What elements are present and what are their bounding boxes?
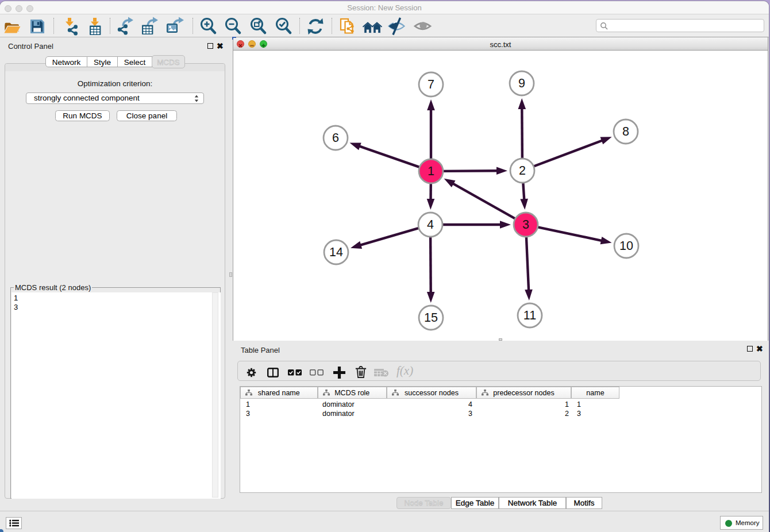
svg-text:2: 2 bbox=[519, 164, 526, 178]
svg-text:8: 8 bbox=[622, 125, 629, 138]
svg-text:6: 6 bbox=[332, 131, 339, 145]
svg-text:1: 1 bbox=[428, 164, 434, 178]
svg-text:10: 10 bbox=[619, 239, 633, 253]
svg-text:14: 14 bbox=[329, 245, 343, 259]
svg-text:9: 9 bbox=[518, 76, 525, 90]
svg-text:3: 3 bbox=[522, 218, 529, 232]
svg-text:7: 7 bbox=[428, 78, 434, 91]
svg-text:4: 4 bbox=[427, 218, 434, 232]
svg-text:11: 11 bbox=[523, 309, 536, 322]
svg-text:15: 15 bbox=[424, 311, 438, 325]
